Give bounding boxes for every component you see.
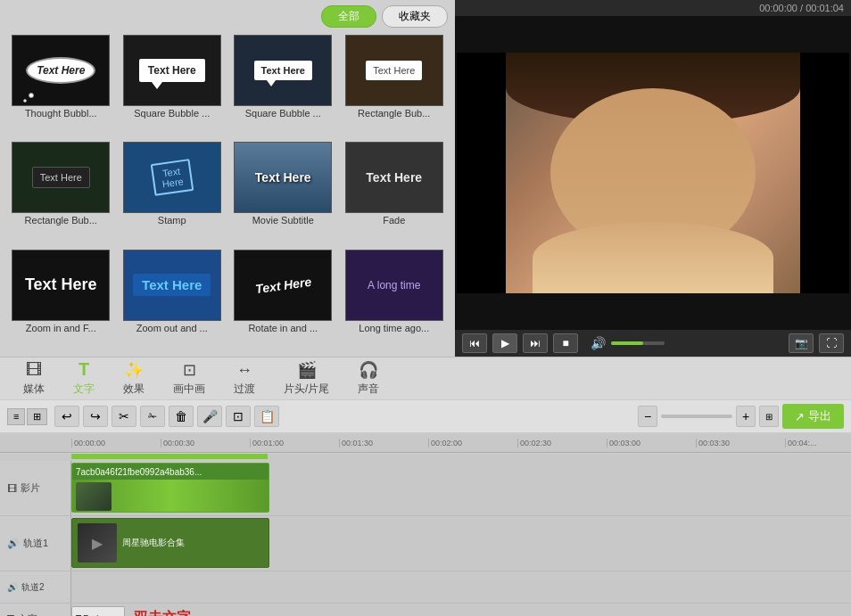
audio-track-1-content[interactable]: ▶ 周星驰电影合集 <box>71 516 851 571</box>
effect-label: Fade <box>383 215 405 226</box>
all-tab[interactable]: 全部 <box>321 5 376 28</box>
export-icon: ↗ <box>795 410 805 423</box>
list-view-button[interactable]: ≡ <box>7 408 25 425</box>
tab-effects[interactable]: ✨ 效果 <box>109 357 159 400</box>
volume-slider[interactable] <box>611 341 665 345</box>
double-click-hint: 双击文字 <box>134 609 191 616</box>
effect-rect-bubble-1[interactable]: Text Here Rectangle Bub... <box>341 35 449 138</box>
preview-panel: 00:00:00 / 00:01:04 ⏮ <box>455 0 851 357</box>
export-button[interactable]: ↗ 导出 <box>782 404 844 429</box>
effect-rect-bubble-2[interactable]: Text Here Rectangle Bub... <box>7 142 115 245</box>
zoom-controls: − + ⊞ <box>638 406 779 427</box>
clip-manager-button[interactable]: 📋 <box>254 406 279 427</box>
delete-button[interactable]: 🗑 <box>169 406 194 427</box>
effect-longtime[interactable]: A long time Long time ago... <box>341 250 449 353</box>
effects-grid: Text Here Thought Bubbl... Text Here S <box>0 31 455 357</box>
effect-zoom-in[interactable]: Text Here Zoom in and F... <box>7 250 115 353</box>
edit-toolbar: ≡ ⊞ ↩ ↪ ✂ ✁ 🗑 🎤 ⊡ 📋 − + ⊞ ↗ 导出 <box>0 399 851 433</box>
effects-tab-bar: 全部 收藏夹 <box>0 0 455 31</box>
effect-stamp[interactable]: TextHere Stamp <box>119 142 227 245</box>
effect-label: Rectangle Bub... <box>25 215 97 226</box>
text-track-content[interactable]: T Fade 双击文字 ↗ <box>71 604 851 616</box>
effect-label: Rotate in and ... <box>248 323 318 333</box>
tab-text[interactable]: T 文字 <box>59 356 109 402</box>
black-bar-left <box>457 53 506 293</box>
transport-controls: ⏮ ▶ ⏭ ■ 🔊 📷 ⛶ <box>455 330 851 357</box>
skip-forward-button[interactable]: ⏭ <box>523 333 548 353</box>
effect-label: Thought Bubbl... <box>25 108 97 119</box>
audio-clip[interactable]: ▶ 周星驰电影合集 <box>71 518 269 568</box>
effects-panel: 全部 收藏夹 Text Here Thought Bubbl... <box>0 0 455 357</box>
time-display: 00:00:00 / 00:01:04 <box>759 3 844 13</box>
record-button[interactable]: 🎤 <box>197 406 222 427</box>
timeline-ruler: 00:00:00 00:00:30 00:01:00 00:01:30 00:0… <box>0 433 851 453</box>
snapshot-button[interactable]: 📷 <box>789 333 814 353</box>
play-button[interactable]: ▶ <box>492 333 517 353</box>
undo-button[interactable]: ↩ <box>54 406 79 427</box>
stop-button[interactable]: ■ <box>553 333 578 353</box>
volume-icon: 🔊 <box>591 336 606 350</box>
bottom-tabs-row: 🎞 媒体 T 文字 ✨ 效果 ⊡ 画中画 ↔ 过渡 🎬 片头/片尾 🎧 声音 <box>0 357 851 399</box>
fit-button[interactable]: ⊞ <box>759 406 779 427</box>
preview-area <box>455 16 851 330</box>
effect-square-bubble-1[interactable]: Text Here Square Bubble ... <box>119 35 227 138</box>
video-track-content[interactable]: 7acb0a46f21fbe0992a4bab36... <box>71 461 851 515</box>
favorites-tab[interactable]: 收藏夹 <box>382 5 448 28</box>
effect-label: Square Bubble ... <box>134 108 210 119</box>
fullscreen-button[interactable]: ⛶ <box>819 333 844 353</box>
cut-clip-button[interactable]: ✂ <box>112 406 136 427</box>
tab-audio[interactable]: 🎧 声音 <box>343 357 393 400</box>
redo-button[interactable]: ↪ <box>83 406 108 427</box>
effect-label: Long time ago... <box>359 323 429 333</box>
tab-pip[interactable]: ⊡ 画中画 <box>159 357 219 400</box>
effect-label: Zoom out and ... <box>136 323 208 333</box>
effect-label: Zoom in and F... <box>26 323 96 333</box>
effect-fade[interactable]: Text Here Fade <box>341 142 449 245</box>
tab-title-end[interactable]: 🎬 片头/片尾 <box>269 357 343 400</box>
zoom-in-button[interactable]: + <box>736 406 756 427</box>
preview-video <box>506 53 800 293</box>
timeline: 00:00:00 00:00:30 00:01:00 00:01:30 00:0… <box>0 433 851 616</box>
text-track-label: T 文字 <box>0 604 71 616</box>
black-bar-right <box>800 53 849 293</box>
grid-view-button[interactable]: ⊞ <box>27 408 47 425</box>
effect-label: Square Bubble ... <box>245 108 321 119</box>
zoom-out-button[interactable]: − <box>638 406 657 427</box>
effect-label: Stamp <box>158 215 186 226</box>
audio-track-2-content[interactable] <box>71 571 851 603</box>
split-button[interactable]: ✁ <box>140 406 165 427</box>
tab-media[interactable]: 🎞 媒体 <box>9 357 59 400</box>
app-container: 全部 收藏夹 Text Here Thought Bubbl... <box>0 0 851 616</box>
video-track-label: 🎞 影片 <box>0 461 71 515</box>
text-track: T 文字 T Fade 双击文字 ↗ <box>0 604 851 616</box>
view-toggle-buttons: ≡ ⊞ <box>7 408 47 425</box>
text-clip[interactable]: T Fade <box>71 606 125 616</box>
effect-square-bubble-2[interactable]: Text Here Square Bubble ... <box>229 35 337 138</box>
effect-label: Rectangle Bub... <box>358 108 430 119</box>
audio-track-2-label: 🔊 轨道2 <box>0 571 71 603</box>
effect-thought-bubble[interactable]: Text Here Thought Bubbl... <box>7 35 115 138</box>
zoom-slider[interactable] <box>661 415 732 418</box>
skip-back-button[interactable]: ⏮ <box>462 333 487 353</box>
audio-track-1-label: 🔊 轨道1 <box>0 516 71 571</box>
effect-movie-subtitle[interactable]: Text Here Movie Subtitle <box>229 142 337 245</box>
effect-label: Movie Subtitle <box>252 215 314 226</box>
crop-button[interactable]: ⊡ <box>226 406 251 427</box>
video-clip[interactable]: 7acb0a46f21fbe0992a4bab36... <box>71 463 269 513</box>
top-panel: 全部 收藏夹 Text Here Thought Bubbl... <box>0 0 851 357</box>
effect-rotate[interactable]: Text Here Rotate in and ... <box>229 250 337 353</box>
audio-track-1: 🔊 轨道1 ▶ 周星驰电影合集 <box>0 516 851 571</box>
video-track: 🎞 影片 7acb0a46f21fbe0992a4bab36... <box>0 461 851 516</box>
effect-zoom-out[interactable]: Text Here Zoom out and ... <box>119 250 227 353</box>
audio-track-2: 🔊 轨道2 <box>0 571 851 604</box>
tab-transition[interactable]: ↔ 过渡 <box>219 357 269 400</box>
